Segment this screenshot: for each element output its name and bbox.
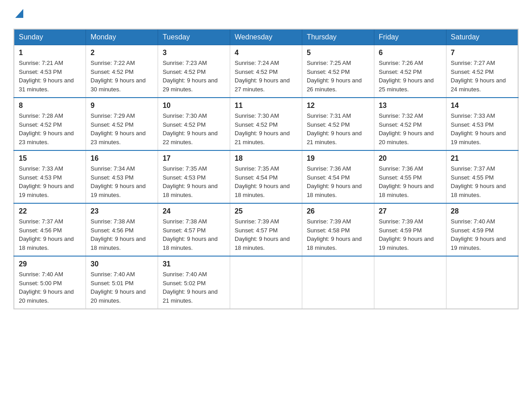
- table-row: 31Sunrise: 7:40 AMSunset: 5:02 PMDayligh…: [158, 256, 230, 309]
- table-row: [374, 256, 446, 309]
- day-number: 17: [163, 154, 225, 163]
- day-info: Sunrise: 7:23 AMSunset: 4:52 PMDaylight:…: [163, 59, 225, 94]
- table-row: [230, 256, 302, 309]
- day-info: Sunrise: 7:40 AMSunset: 5:02 PMDaylight:…: [163, 270, 225, 305]
- day-number: 10: [163, 102, 225, 110]
- day-number: 1: [19, 49, 81, 57]
- table-row: 2Sunrise: 7:22 AMSunset: 4:52 PMDaylight…: [86, 45, 158, 98]
- day-info: Sunrise: 7:33 AMSunset: 4:53 PMDaylight:…: [451, 111, 513, 146]
- day-info: Sunrise: 7:29 AMSunset: 4:52 PMDaylight:…: [90, 111, 153, 146]
- table-row: 7Sunrise: 7:27 AMSunset: 4:52 PMDaylight…: [446, 45, 518, 98]
- page-header: [13, 9, 519, 20]
- svg-marker-0: [15, 9, 23, 18]
- day-info: Sunrise: 7:40 AMSunset: 5:01 PMDaylight:…: [90, 270, 153, 305]
- day-info: Sunrise: 7:28 AMSunset: 4:52 PMDaylight:…: [19, 111, 81, 146]
- day-info: Sunrise: 7:31 AMSunset: 4:52 PMDaylight:…: [307, 111, 369, 146]
- day-info: Sunrise: 7:38 AMSunset: 4:56 PMDaylight:…: [90, 217, 153, 252]
- day-number: 8: [19, 102, 81, 110]
- day-number: 26: [307, 207, 369, 215]
- day-info: Sunrise: 7:40 AMSunset: 5:00 PMDaylight:…: [19, 270, 81, 305]
- day-number: 23: [90, 207, 153, 215]
- day-number: 24: [163, 207, 225, 215]
- table-row: [446, 256, 518, 309]
- table-row: 20Sunrise: 7:36 AMSunset: 4:55 PMDayligh…: [374, 150, 446, 203]
- day-info: Sunrise: 7:35 AMSunset: 4:54 PMDaylight:…: [235, 164, 297, 199]
- table-row: 16Sunrise: 7:34 AMSunset: 4:53 PMDayligh…: [86, 150, 158, 203]
- table-row: 25Sunrise: 7:39 AMSunset: 4:57 PMDayligh…: [230, 203, 302, 256]
- day-number: 13: [379, 102, 442, 110]
- table-row: [302, 256, 374, 309]
- day-info: Sunrise: 7:40 AMSunset: 4:59 PMDaylight:…: [451, 217, 513, 252]
- day-info: Sunrise: 7:27 AMSunset: 4:52 PMDaylight:…: [451, 59, 513, 94]
- day-info: Sunrise: 7:21 AMSunset: 4:53 PMDaylight:…: [19, 59, 81, 94]
- day-number: 3: [163, 49, 225, 57]
- calendar-table: Sunday Monday Tuesday Wednesday Thursday…: [13, 29, 519, 309]
- table-row: 4Sunrise: 7:24 AMSunset: 4:52 PMDaylight…: [230, 45, 302, 98]
- table-row: 18Sunrise: 7:35 AMSunset: 4:54 PMDayligh…: [230, 150, 302, 203]
- day-info: Sunrise: 7:34 AMSunset: 4:53 PMDaylight:…: [90, 164, 153, 199]
- calendar-week-row: 8Sunrise: 7:28 AMSunset: 4:52 PMDaylight…: [14, 98, 518, 150]
- day-info: Sunrise: 7:37 AMSunset: 4:55 PMDaylight:…: [451, 164, 513, 199]
- day-info: Sunrise: 7:39 AMSunset: 4:57 PMDaylight:…: [235, 217, 297, 252]
- day-number: 31: [163, 260, 225, 268]
- day-number: 16: [90, 154, 153, 163]
- day-info: Sunrise: 7:39 AMSunset: 4:58 PMDaylight:…: [307, 217, 369, 252]
- day-number: 4: [235, 49, 297, 57]
- day-info: Sunrise: 7:36 AMSunset: 4:54 PMDaylight:…: [307, 164, 369, 199]
- day-number: 14: [451, 102, 513, 110]
- day-number: 19: [307, 154, 369, 163]
- table-row: 5Sunrise: 7:25 AMSunset: 4:52 PMDaylight…: [302, 45, 374, 98]
- day-number: 11: [235, 102, 297, 110]
- table-row: 23Sunrise: 7:38 AMSunset: 4:56 PMDayligh…: [86, 203, 158, 256]
- col-thursday: Thursday: [302, 29, 374, 45]
- day-info: Sunrise: 7:38 AMSunset: 4:57 PMDaylight:…: [163, 217, 225, 252]
- day-number: 5: [307, 49, 369, 57]
- col-monday: Monday: [86, 29, 158, 45]
- table-row: 19Sunrise: 7:36 AMSunset: 4:54 PMDayligh…: [302, 150, 374, 203]
- table-row: 3Sunrise: 7:23 AMSunset: 4:52 PMDaylight…: [158, 45, 230, 98]
- col-tuesday: Tuesday: [158, 29, 230, 45]
- day-number: 21: [451, 154, 513, 163]
- day-info: Sunrise: 7:32 AMSunset: 4:52 PMDaylight:…: [379, 111, 442, 146]
- table-row: 17Sunrise: 7:35 AMSunset: 4:53 PMDayligh…: [158, 150, 230, 203]
- day-number: 29: [19, 260, 81, 268]
- day-number: 25: [235, 207, 297, 215]
- day-number: 15: [19, 154, 81, 163]
- table-row: 28Sunrise: 7:40 AMSunset: 4:59 PMDayligh…: [446, 203, 518, 256]
- day-number: 7: [451, 49, 513, 57]
- table-row: 6Sunrise: 7:26 AMSunset: 4:52 PMDaylight…: [374, 45, 446, 98]
- calendar-week-row: 15Sunrise: 7:33 AMSunset: 4:53 PMDayligh…: [14, 150, 518, 203]
- table-row: 27Sunrise: 7:39 AMSunset: 4:59 PMDayligh…: [374, 203, 446, 256]
- table-row: 8Sunrise: 7:28 AMSunset: 4:52 PMDaylight…: [14, 98, 86, 150]
- day-info: Sunrise: 7:39 AMSunset: 4:59 PMDaylight:…: [379, 217, 442, 252]
- logo: [13, 9, 23, 20]
- logo-triangle-icon: [15, 9, 23, 20]
- day-info: Sunrise: 7:37 AMSunset: 4:56 PMDaylight:…: [19, 217, 81, 252]
- table-row: 29Sunrise: 7:40 AMSunset: 5:00 PMDayligh…: [14, 256, 86, 309]
- day-info: Sunrise: 7:24 AMSunset: 4:52 PMDaylight:…: [235, 59, 297, 94]
- day-number: 6: [379, 49, 442, 57]
- table-row: 24Sunrise: 7:38 AMSunset: 4:57 PMDayligh…: [158, 203, 230, 256]
- table-row: 1Sunrise: 7:21 AMSunset: 4:53 PMDaylight…: [14, 45, 86, 98]
- calendar-week-row: 29Sunrise: 7:40 AMSunset: 5:00 PMDayligh…: [14, 256, 518, 309]
- day-number: 9: [90, 102, 153, 110]
- col-saturday: Saturday: [446, 29, 518, 45]
- col-sunday: Sunday: [14, 29, 86, 45]
- day-number: 2: [90, 49, 153, 57]
- table-row: 22Sunrise: 7:37 AMSunset: 4:56 PMDayligh…: [14, 203, 86, 256]
- day-number: 20: [379, 154, 442, 163]
- day-info: Sunrise: 7:25 AMSunset: 4:52 PMDaylight:…: [307, 59, 369, 94]
- table-row: 9Sunrise: 7:29 AMSunset: 4:52 PMDaylight…: [86, 98, 158, 150]
- day-info: Sunrise: 7:36 AMSunset: 4:55 PMDaylight:…: [379, 164, 442, 199]
- table-row: 15Sunrise: 7:33 AMSunset: 4:53 PMDayligh…: [14, 150, 86, 203]
- table-row: 14Sunrise: 7:33 AMSunset: 4:53 PMDayligh…: [446, 98, 518, 150]
- table-row: 21Sunrise: 7:37 AMSunset: 4:55 PMDayligh…: [446, 150, 518, 203]
- day-number: 27: [379, 207, 442, 215]
- table-row: 13Sunrise: 7:32 AMSunset: 4:52 PMDayligh…: [374, 98, 446, 150]
- table-row: 30Sunrise: 7:40 AMSunset: 5:01 PMDayligh…: [86, 256, 158, 309]
- calendar-week-row: 22Sunrise: 7:37 AMSunset: 4:56 PMDayligh…: [14, 203, 518, 256]
- day-info: Sunrise: 7:33 AMSunset: 4:53 PMDaylight:…: [19, 164, 81, 199]
- table-row: 12Sunrise: 7:31 AMSunset: 4:52 PMDayligh…: [302, 98, 374, 150]
- day-info: Sunrise: 7:22 AMSunset: 4:52 PMDaylight:…: [90, 59, 153, 94]
- table-row: 26Sunrise: 7:39 AMSunset: 4:58 PMDayligh…: [302, 203, 374, 256]
